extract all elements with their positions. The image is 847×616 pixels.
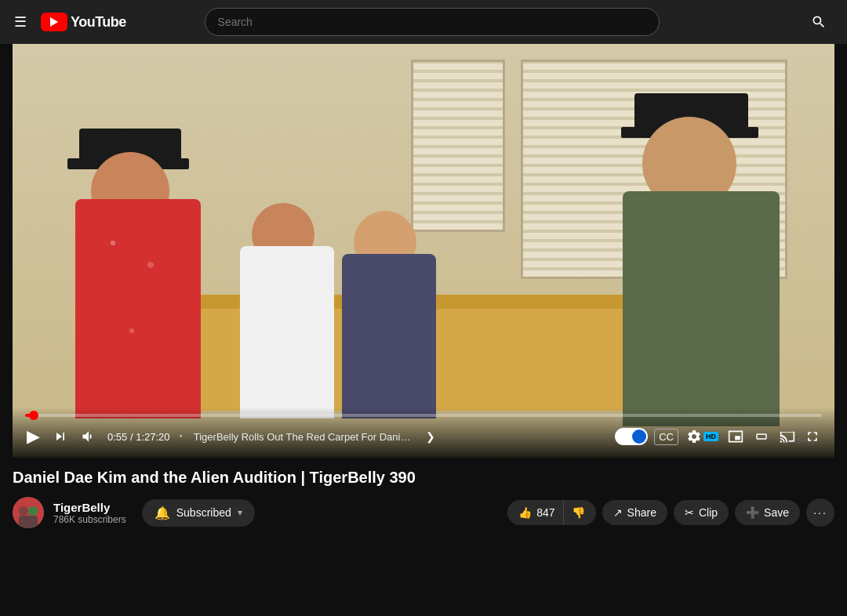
- clip-button[interactable]: ✂ Clip: [674, 500, 729, 525]
- clip-icon: ✂: [685, 506, 694, 519]
- scene-person-1: [60, 136, 216, 419]
- youtube-logo[interactable]: YouTube: [41, 13, 126, 31]
- progress-bar-fill: [25, 414, 34, 417]
- person-4-body: [623, 191, 780, 426]
- dislike-button[interactable]: 👎: [564, 500, 596, 525]
- more-options-button[interactable]: ···: [806, 498, 834, 527]
- play-button[interactable]: ▶: [25, 425, 42, 448]
- bell-icon: 🔔: [154, 505, 170, 520]
- video-title: Daniel Dae Kim and the Alien Audition | …: [13, 467, 834, 487]
- chapters-title: TigerBelly Rolls Out The Red Carpet For …: [194, 431, 413, 443]
- fullscreen-button[interactable]: [803, 427, 822, 446]
- header: ☰ YouTube: [0, 0, 847, 44]
- thumbup-icon: 👍: [518, 506, 532, 519]
- like-count: 847: [536, 506, 554, 519]
- miniplayer-icon: [728, 429, 743, 444]
- subscribe-chevron-icon: ▾: [238, 507, 242, 518]
- channel-subscribers: 786K subscribers: [53, 514, 126, 525]
- search-input[interactable]: [205, 8, 660, 36]
- chapters-chevron[interactable]: ❯: [424, 429, 437, 444]
- cc-button[interactable]: CC: [654, 429, 678, 445]
- next-icon: [53, 429, 68, 444]
- next-button[interactable]: [51, 427, 70, 446]
- toggle-knob: [632, 429, 646, 444]
- hamburger-icon: ☰: [14, 13, 27, 31]
- hamburger-menu-button[interactable]: ☰: [13, 12, 28, 32]
- youtube-logo-text: YouTube: [71, 14, 126, 31]
- thumbdown-icon: 👎: [572, 506, 585, 519]
- controls-right: CC HD: [615, 427, 822, 446]
- miniplayer-button[interactable]: [726, 427, 745, 446]
- chapters-button[interactable]: TigerBelly Rolls Out The Red Carpet For …: [192, 429, 415, 444]
- more-icon: ···: [813, 506, 827, 519]
- main-content: TigerBelly ▶: [0, 44, 847, 547]
- cast-icon: [780, 429, 795, 444]
- cast-button[interactable]: [778, 427, 797, 446]
- theater-icon: [753, 429, 770, 444]
- fullscreen-icon: [805, 429, 820, 444]
- svg-point-1: [19, 506, 28, 516]
- time-display: 0:55 / 1:27:20: [107, 431, 170, 443]
- action-buttons: 👍 847 👎 ↗ Share ✂ Clip: [507, 498, 834, 527]
- header-right: [803, 6, 834, 38]
- search-bar: [205, 8, 660, 36]
- share-label: Share: [627, 506, 656, 519]
- share-icon: ↗: [613, 506, 623, 519]
- save-label: Save: [764, 506, 789, 519]
- dot-separator: •: [180, 431, 183, 442]
- person-1-body: [75, 199, 201, 419]
- volume-button[interactable]: [79, 427, 98, 446]
- volume-icon: [81, 429, 96, 444]
- theater-button[interactable]: [751, 428, 772, 445]
- settings-button[interactable]: HD: [685, 427, 720, 446]
- person-2-body: [240, 246, 334, 419]
- subscribe-button[interactable]: 🔔 Subscribed ▾: [142, 499, 255, 527]
- search-button[interactable]: [803, 6, 834, 38]
- controls-row: ▶ 0:55 / 1:27:20: [25, 425, 822, 448]
- header-left: ☰ YouTube: [13, 12, 126, 32]
- settings-icon: [686, 429, 702, 444]
- channel-avatar[interactable]: [13, 497, 44, 528]
- video-player[interactable]: TigerBelly ▶: [13, 44, 834, 458]
- below-video: Daniel Dae Kim and the Alien Audition | …: [13, 458, 834, 534]
- channel-name[interactable]: TigerBelly: [53, 501, 126, 514]
- progress-bar[interactable]: [25, 414, 822, 417]
- video-thumbnail: TigerBelly: [13, 44, 834, 458]
- youtube-logo-icon: [41, 13, 67, 31]
- like-button[interactable]: 👍 847: [507, 500, 563, 525]
- scene-person-4: [599, 97, 819, 426]
- share-button[interactable]: ↗ Share: [602, 500, 667, 525]
- subscribe-label: Subscribed: [176, 506, 231, 519]
- save-button[interactable]: ➕ Save: [735, 500, 800, 525]
- channel-row: TigerBelly 786K subscribers 🔔 Subscribed…: [13, 497, 834, 528]
- video-scene: TigerBelly: [13, 44, 834, 458]
- clip-label: Clip: [699, 506, 718, 519]
- progress-bar-thumb: [29, 411, 38, 420]
- autoplay-toggle[interactable]: [615, 428, 648, 445]
- person-3-body: [342, 254, 436, 419]
- svg-rect-3: [19, 516, 38, 528]
- search-icon: [811, 14, 827, 30]
- save-icon: ➕: [746, 506, 759, 519]
- avatar-image: [13, 497, 44, 528]
- channel-info: TigerBelly 786K subscribers: [53, 501, 126, 525]
- scene-person-3: [326, 191, 452, 419]
- hd-badge: HD: [703, 432, 718, 441]
- like-dislike-group: 👍 847 👎: [507, 500, 595, 525]
- video-controls: ▶ 0:55 / 1:27:20: [13, 408, 834, 458]
- svg-point-2: [28, 506, 38, 516]
